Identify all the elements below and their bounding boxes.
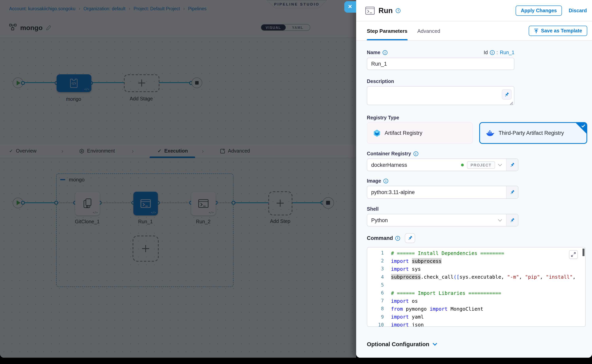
save-as-template-button[interactable]: Save as Template [529, 26, 587, 36]
optional-configuration-label: Optional Configuration [367, 341, 429, 347]
pushpin-icon [407, 235, 412, 241]
code-line: 1# ====== Install Dependencies ======== [367, 249, 585, 257]
docker-icon [486, 130, 495, 136]
code-line: 5 [367, 281, 585, 289]
pushpin-icon [510, 162, 515, 167]
info-icon[interactable] [383, 179, 388, 183]
shell-select[interactable]: Python [367, 214, 518, 227]
step-parameters-panel: Name Id : Run_1 Description [356, 41, 592, 358]
code-line: 10import json [367, 321, 585, 327]
code-lines: 1# ====== Install Dependencies ========2… [367, 249, 585, 327]
name-label-row: Name [367, 50, 387, 55]
pin-button[interactable] [506, 159, 518, 171]
name-label: Name [367, 50, 380, 55]
info-icon[interactable] [383, 50, 387, 55]
tab-advanced-drawer[interactable]: Advanced [417, 21, 440, 40]
description-label: Description [367, 79, 592, 84]
fullscreen-icon [571, 252, 576, 257]
container-registry-value: dockerHarness [367, 162, 461, 168]
resize-handle[interactable] [510, 102, 513, 105]
registry-type-label: Registry Type [367, 115, 592, 121]
description-textarea[interactable] [367, 86, 514, 105]
step-id-value[interactable]: Run_1 [500, 50, 514, 55]
apply-changes-button[interactable]: Apply Changes [516, 5, 562, 16]
discard-button[interactable]: Discard [569, 8, 587, 13]
shell-value: Python [367, 217, 499, 223]
container-registry-field[interactable]: dockerHarness PROJECT [367, 158, 518, 171]
scope-badge: PROJECT [467, 161, 495, 169]
code-line: 3import sys [367, 265, 585, 273]
pin-button[interactable] [506, 186, 518, 198]
drawer-tab-bar: Step Parameters Advanced Save as Templat… [356, 21, 592, 41]
chevron-down-icon [432, 341, 437, 346]
chevron-down-icon[interactable] [498, 218, 502, 221]
check-icon [581, 124, 585, 128]
image-value: python:3.11-alpine [367, 189, 506, 195]
drawer-title: Run [378, 6, 393, 15]
image-field[interactable]: python:3.11-alpine [367, 186, 518, 199]
upload-icon [534, 28, 538, 33]
tab-step-parameters[interactable]: Step Parameters [367, 21, 407, 40]
pushpin-icon [504, 92, 509, 97]
info-icon[interactable] [490, 50, 494, 55]
pin-button[interactable] [506, 214, 518, 226]
container-registry-label: Container Registry [367, 151, 592, 156]
code-line: 4subprocess.check_call([sys.executable, … [367, 273, 585, 281]
expand-editor-button[interactable] [569, 250, 578, 259]
code-line: 9import yaml [367, 313, 585, 321]
code-line: 8from pymongo import MongoClient [367, 305, 585, 313]
command-label: Command [367, 235, 400, 241]
run-step-icon [365, 6, 375, 15]
command-code-editor[interactable]: 1# ====== Install Dependencies ========2… [367, 247, 586, 327]
step-config-drawer: × Run Apply Changes Discard Step Paramet… [356, 0, 592, 358]
info-icon[interactable] [396, 8, 401, 13]
close-drawer-button[interactable]: × [344, 1, 356, 13]
canvas-dim-overlay [0, 0, 356, 358]
connectivity-dot [461, 163, 464, 166]
pushpin-icon [510, 190, 515, 195]
image-label: Image [367, 178, 592, 184]
info-icon[interactable] [414, 151, 418, 156]
code-line: 6# ====== Import Libraries =========== [367, 289, 585, 297]
selected-check-corner [576, 123, 586, 134]
pushpin-icon [510, 218, 515, 223]
registry-option-third-party[interactable]: Third-Party Artifact Registry [479, 122, 587, 144]
pin-button[interactable] [405, 233, 415, 243]
registry-option-artifact[interactable]: Artifact Registry [367, 122, 473, 144]
optional-configuration-toggle[interactable]: Optional Configuration [367, 341, 592, 347]
name-input[interactable] [367, 58, 514, 70]
code-line: 7import os [367, 297, 585, 305]
step-id: Id : Run_1 [484, 50, 514, 55]
chevron-down-icon[interactable] [498, 162, 502, 166]
editor-scrollbar-thumb[interactable] [583, 249, 585, 256]
pin-button[interactable] [502, 89, 512, 100]
code-line: 2import subprocess [367, 257, 585, 265]
app-root: Account: kurosakiichigo.songoku› Organiz… [0, 0, 592, 364]
drawer-header: Run Apply Changes Discard [356, 0, 592, 21]
shell-label: Shell [367, 206, 592, 212]
info-icon[interactable] [395, 236, 400, 240]
artifact-registry-icon [373, 129, 381, 137]
